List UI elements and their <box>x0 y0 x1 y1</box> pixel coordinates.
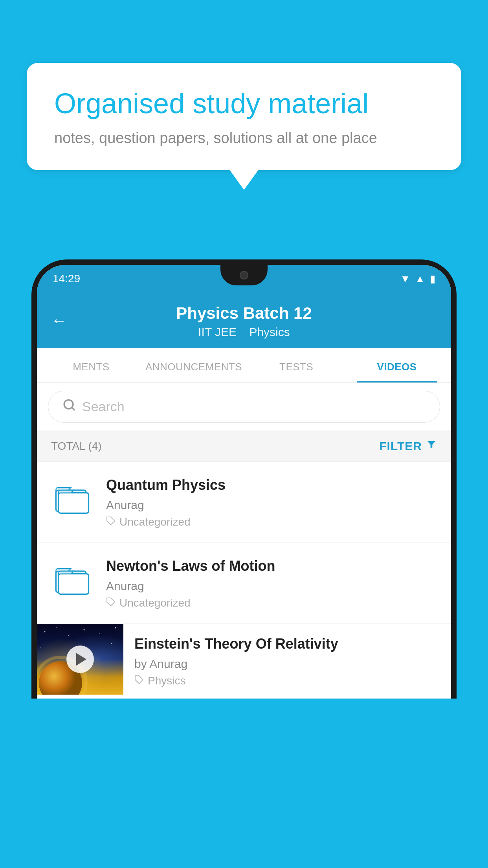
status-icons: ▼ ▲ ▮ <box>400 273 435 285</box>
back-button[interactable]: ← <box>51 312 67 329</box>
tab-announcements[interactable]: ANNOUNCEMENTS <box>141 348 246 383</box>
tag-label: Physics <box>148 675 185 687</box>
tab-videos[interactable]: VIDEOS <box>347 348 447 383</box>
folder-icon-container <box>51 476 94 519</box>
video-title: Einstein's Theory Of Relativity <box>134 635 440 653</box>
search-placeholder: Search <box>82 399 125 414</box>
wifi-icon: ▼ <box>400 273 411 285</box>
search-container: Search <box>37 383 451 430</box>
video-thumbnail <box>37 624 123 695</box>
filter-row: TOTAL (4) FILTER <box>37 430 451 462</box>
status-time: 14:29 <box>53 272 80 285</box>
header-tags: IIT JEE Physics <box>53 326 435 339</box>
video-info: Newton's Laws of Motion Anurag Uncategor… <box>106 557 437 609</box>
filter-button[interactable]: FILTER <box>379 439 437 453</box>
tag-icon <box>106 516 116 528</box>
svg-point-12 <box>99 633 100 634</box>
tag-label: Uncategorized <box>119 516 191 528</box>
tab-tests[interactable]: TESTS <box>246 348 347 383</box>
tag-iitjee: IIT JEE <box>198 326 237 339</box>
app-header: ← Physics Batch 12 IIT JEE Physics <box>37 292 451 348</box>
tab-ments[interactable]: MENTS <box>41 348 141 383</box>
svg-point-15 <box>111 643 112 644</box>
video-author: Anurag <box>106 498 437 512</box>
folder-icon <box>55 480 90 515</box>
video-title: Newton's Laws of Motion <box>106 557 437 576</box>
svg-point-10 <box>68 635 69 636</box>
phone-frame: 14:29 ▼ ▲ ▮ ← Physics Batch 12 IIT JEE P… <box>31 259 457 699</box>
search-icon <box>62 398 76 415</box>
svg-point-11 <box>84 629 85 630</box>
svg-point-13 <box>115 627 116 628</box>
bubble-title: Organised study material <box>54 86 434 120</box>
speech-bubble-tail <box>230 170 258 190</box>
video-author: Anurag <box>106 579 437 593</box>
tag-icon <box>106 597 116 609</box>
svg-line-1 <box>72 408 74 410</box>
battery-icon: ▮ <box>430 273 435 285</box>
play-button[interactable] <box>66 645 94 673</box>
video-author: by Anurag <box>134 657 440 671</box>
list-item[interactable]: Newton's Laws of Motion Anurag Uncategor… <box>37 543 451 624</box>
video-tag: Physics <box>134 675 440 687</box>
speech-bubble-section: Organised study material notes, question… <box>27 63 461 190</box>
tag-label: Uncategorized <box>119 597 191 609</box>
play-triangle-icon <box>76 653 86 666</box>
camera-dot <box>240 271 248 280</box>
svg-point-8 <box>44 631 46 632</box>
svg-point-14 <box>40 647 41 648</box>
notch <box>220 265 268 285</box>
header-title: Physics Batch 12 <box>53 303 435 323</box>
svg-point-9 <box>56 627 57 628</box>
status-bar: 14:29 ▼ ▲ ▮ <box>37 265 451 292</box>
list-item[interactable]: Quantum Physics Anurag Uncategorized <box>37 462 451 543</box>
folder-icon <box>55 561 90 596</box>
signal-icon: ▲ <box>415 273 425 285</box>
video-info: Einstein's Theory Of Relativity by Anura… <box>123 624 451 698</box>
video-info: Quantum Physics Anurag Uncategorized <box>106 476 437 528</box>
video-tag: Uncategorized <box>106 597 437 609</box>
search-bar[interactable]: Search <box>48 391 440 423</box>
speech-bubble-card: Organised study material notes, question… <box>27 63 461 170</box>
video-title: Quantum Physics <box>106 476 437 495</box>
tag-icon <box>134 675 144 687</box>
total-count: TOTAL (4) <box>51 440 102 452</box>
folder-icon-container <box>51 557 94 600</box>
svg-rect-6 <box>59 574 89 594</box>
phone-screen: 14:29 ▼ ▲ ▮ ← Physics Batch 12 IIT JEE P… <box>37 265 451 699</box>
tabs-bar: MENTS ANNOUNCEMENTS TESTS VIDEOS <box>37 348 451 383</box>
svg-rect-3 <box>59 493 89 513</box>
filter-label: FILTER <box>379 440 422 453</box>
video-tag: Uncategorized <box>106 516 437 528</box>
bubble-subtitle: notes, question papers, solutions all at… <box>54 130 434 147</box>
tag-physics: Physics <box>249 326 290 339</box>
video-list: Quantum Physics Anurag Uncategorized <box>37 462 451 698</box>
filter-icon <box>426 439 437 453</box>
list-item[interactable]: Einstein's Theory Of Relativity by Anura… <box>37 624 451 699</box>
phone-mockup: 14:29 ▼ ▲ ▮ ← Physics Batch 12 IIT JEE P… <box>31 259 457 868</box>
